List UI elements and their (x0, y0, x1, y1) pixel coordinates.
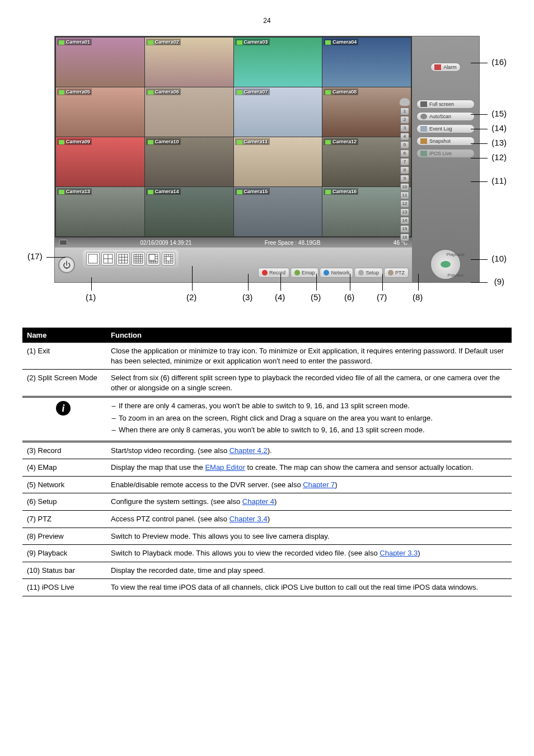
channel-button[interactable]: 10 (400, 183, 409, 191)
scan-icon (420, 114, 427, 119)
camera-tile[interactable]: Camera03 (234, 38, 322, 87)
fullscreen-label: Full screen (429, 101, 454, 107)
speaker-icon[interactable] (400, 98, 410, 106)
channel-button[interactable]: 1 (400, 108, 409, 115)
camera-tile[interactable]: Camera11 (234, 137, 322, 186)
autoscan-button[interactable]: AutoScan (416, 112, 475, 121)
chapter-link[interactable]: Chapter 4 (242, 497, 274, 506)
status-temp: 46 (394, 240, 400, 246)
table-row: (3) Record Start/stop video recording. (… (22, 441, 512, 459)
info-icon: i (56, 401, 71, 416)
camera-tile[interactable]: Camera09 (56, 137, 144, 186)
camera-tile[interactable]: Camera07 (234, 87, 322, 137)
alarm-label: Alarm (443, 64, 457, 70)
camera-label: Camera08 (332, 89, 357, 95)
channel-button[interactable]: 4 (400, 133, 409, 141)
channel-button[interactable]: 8 (400, 166, 409, 174)
cell-name: (9) Playback (22, 545, 106, 562)
channel-button[interactable]: 9 (400, 175, 409, 183)
photo-icon (420, 138, 427, 144)
channel-button[interactable]: 16 (400, 234, 409, 241)
cell-func: Display the map that use the EMap Editor… (106, 459, 512, 477)
camera-tile[interactable]: Camera10 (145, 137, 233, 186)
camera-label: Camera16 (332, 189, 357, 194)
cell-func: Switch to Playback mode. This allows you… (106, 545, 512, 562)
setup-label: Setup (366, 270, 379, 276)
camera-tile[interactable]: Camera08 (322, 87, 411, 137)
channel-button[interactable]: 7 (400, 158, 409, 166)
camera-label: Camera09 (66, 139, 90, 144)
camera-tile[interactable]: Camera06 (145, 87, 233, 137)
camera-label: Camera14 (155, 189, 179, 194)
cell-func: Enable/disable remote access to the DVR … (106, 476, 512, 493)
cell-func: Start/stop video recording. (see also Ch… (106, 441, 512, 459)
list-icon (420, 126, 427, 132)
cell-name: (10) Status bar (22, 562, 106, 579)
cell-func: Select from six (6) different split scre… (106, 370, 512, 397)
eventlog-label: Event Log (429, 126, 452, 132)
status-bar: 02/16/2009 14:39:21 Free Space : 48.19GB… (55, 237, 412, 248)
alarm-button[interactable]: Alarm (430, 63, 461, 72)
network-button[interactable]: Network (320, 268, 353, 278)
table-row: (1) Exit Close the application or minimi… (22, 343, 512, 370)
chapter-link[interactable]: Chapter 3.3 (380, 549, 418, 557)
split-9-button[interactable] (116, 252, 130, 265)
iposlive-button[interactable]: iPOS Live (416, 149, 475, 158)
page-number: 24 (22, 17, 512, 25)
split-1-button[interactable] (86, 252, 100, 265)
emap-editor-link[interactable]: EMap Editor (205, 463, 245, 472)
chapter-link[interactable]: Chapter 3.4 (229, 515, 268, 523)
cell-func: Display the recorded date, time and play… (106, 562, 512, 579)
camera-tile[interactable]: Camera13 (56, 187, 144, 236)
dial-preview-label: Preview (448, 273, 463, 278)
camera-label: Camera13 (66, 189, 90, 194)
split-13-button[interactable] (162, 252, 175, 265)
cell-func: Close the application or minimize to tra… (106, 343, 512, 370)
ptz-button[interactable]: PTZ (384, 268, 409, 278)
camera-tile[interactable]: Camera16 (322, 187, 411, 236)
table-header: Name Function (22, 328, 512, 343)
exit-button[interactable]: ⏻ (58, 256, 75, 273)
emap-button[interactable]: Emap (291, 268, 319, 278)
table-row: (2) Split Screen Mode Select from six (6… (22, 370, 512, 397)
dial-playback-label: Playback (447, 252, 465, 257)
channel-button[interactable]: 3 (400, 124, 409, 132)
channel-button[interactable]: 14 (400, 217, 409, 225)
channel-button[interactable]: 12 (400, 200, 409, 208)
camera-tile[interactable]: Camera14 (145, 187, 233, 236)
channel-button[interactable]: 2 (400, 116, 409, 124)
split-16-button[interactable] (132, 252, 145, 265)
split-4-button[interactable] (101, 252, 115, 265)
channel-button[interactable]: 13 (400, 208, 409, 216)
channel-button[interactable]: 6 (400, 150, 409, 157)
camera-tile[interactable]: Camera15 (234, 187, 322, 236)
channel-button[interactable]: 15 (400, 225, 409, 233)
svg-rect-4 (119, 254, 128, 263)
record-button[interactable]: Record (258, 268, 289, 278)
table-row: (8) Preview Switch to Preview mode. This… (22, 528, 512, 545)
fullscreen-button[interactable]: Full screen (416, 100, 475, 109)
channel-strip: 1 2 3 4 5 6 7 8 9 10 11 12 13 14 15 16 (400, 98, 410, 241)
camera-tile[interactable]: Camera12 (322, 137, 411, 186)
snapshot-button[interactable]: Snapshot (416, 137, 475, 146)
split-8-button[interactable] (147, 252, 160, 265)
camera-tile[interactable]: Camera05 (56, 87, 144, 137)
function-table: (1) Exit Close the application or minimi… (22, 343, 512, 596)
camera-tile[interactable]: Camera04 (322, 38, 411, 87)
camera-label: Camera02 (155, 39, 179, 45)
preview-playback-dial[interactable]: Playback Preview (430, 249, 461, 280)
chapter-link[interactable]: Chapter 7 (303, 480, 335, 489)
eventlog-button[interactable]: Event Log (416, 124, 475, 133)
cell-name: (7) PTZ (22, 511, 106, 528)
camera-tile[interactable]: Camera02 (145, 38, 233, 87)
channel-button[interactable]: 11 (400, 192, 409, 199)
header-function: Function (106, 328, 512, 343)
channel-button[interactable]: 5 (400, 141, 409, 149)
setup-button[interactable]: Setup (354, 268, 383, 278)
camera-tile[interactable]: Camera01 (56, 38, 144, 87)
network-label: Network (331, 270, 349, 276)
svg-rect-17 (149, 254, 155, 260)
chapter-link[interactable]: Chapter 4.2 (229, 446, 268, 455)
status-datetime: 02/16/2009 14:39:21 (140, 240, 192, 246)
expand-icon (420, 101, 427, 107)
